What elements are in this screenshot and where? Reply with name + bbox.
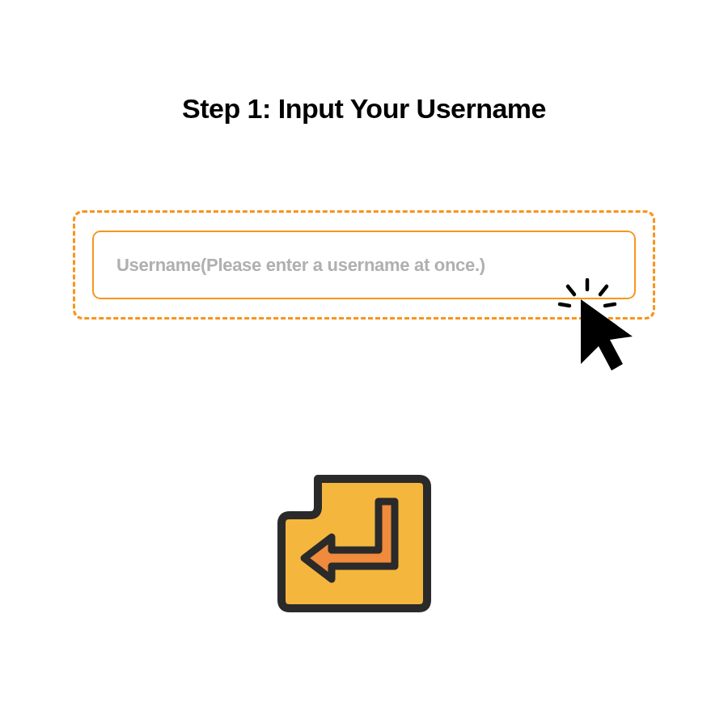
click-cursor-icon (548, 273, 654, 379)
svg-line-1 (568, 286, 574, 294)
step-heading: Step 1: Input Your Username (0, 93, 728, 125)
username-placeholder: Username(Please enter a username at once… (116, 255, 485, 276)
enter-key-button[interactable] (273, 463, 435, 624)
svg-line-2 (600, 286, 607, 294)
svg-line-3 (560, 304, 569, 306)
svg-line-4 (605, 304, 615, 306)
